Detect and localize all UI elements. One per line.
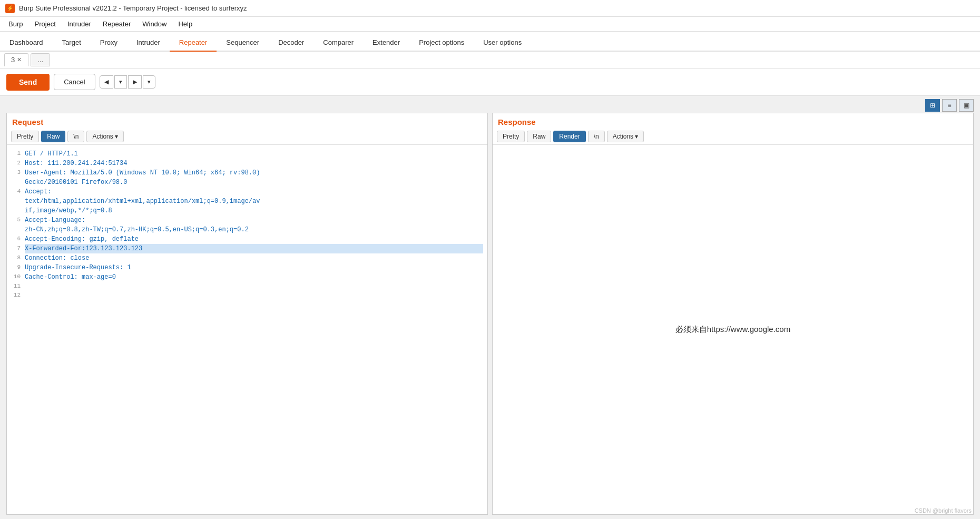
nav-tab-repeater[interactable]: Repeater: [170, 34, 217, 52]
layout-btn-0[interactable]: ⊞: [925, 99, 940, 112]
sub-tab-...[interactable]: ...: [31, 53, 50, 66]
code-line: 11: [9, 282, 483, 291]
nav-tab-extender[interactable]: Extender: [363, 34, 409, 52]
request-panel: Request PrettyRaw\nActions ▾ 1GET / HTTP…: [6, 113, 488, 515]
menu-item-intruder[interactable]: Intruder: [62, 18, 96, 30]
request-tab--n[interactable]: \n: [67, 131, 84, 142]
window-title: Burp Suite Professional v2021.2 - Tempor…: [19, 4, 247, 12]
nav-tab-sequencer[interactable]: Sequencer: [217, 34, 269, 52]
nav-tabs: DashboardTargetProxyIntruderRepeaterSequ…: [0, 32, 980, 52]
response-tab-pretty[interactable]: Pretty: [497, 131, 525, 142]
burp-logo-icon: ⚡: [5, 4, 15, 13]
code-line: text/html,application/xhtml+xml,applicat…: [9, 197, 483, 206]
request-tab-actions--[interactable]: Actions ▾: [86, 131, 124, 142]
layout-btn-1[interactable]: ≡: [942, 99, 957, 112]
menu-bar: BurpProjectIntruderRepeaterWindowHelp: [0, 17, 980, 32]
code-line: 3User-Agent: Mozilla/5.0 (Windows NT 10.…: [9, 168, 483, 178]
code-line: 5Accept-Language:: [9, 216, 483, 225]
code-line: 4Accept:: [9, 187, 483, 197]
code-line: 7X-Forwarded-For:123.123.123.123: [9, 244, 483, 253]
next-button[interactable]: ▶: [128, 75, 142, 89]
nav-tab-project-options[interactable]: Project options: [409, 34, 474, 52]
code-line: if,image/webp,*/*;q=0.8: [9, 206, 483, 216]
nav-tab-proxy[interactable]: Proxy: [91, 34, 127, 52]
code-line: 6Accept-Encoding: gzip, deflate: [9, 234, 483, 244]
response-tab-render[interactable]: Render: [553, 131, 585, 142]
nav-tab-comparer[interactable]: Comparer: [313, 34, 363, 52]
nav-btn-group: ◀ ▾ ▶ ▾: [100, 75, 155, 89]
nav-tab-target[interactable]: Target: [53, 34, 91, 52]
menu-item-window[interactable]: Window: [137, 18, 172, 30]
nav-tab-intruder[interactable]: Intruder: [127, 34, 170, 52]
code-line: 2Host: 111.200.241.244:51734: [9, 159, 483, 168]
nav-tab-user-options[interactable]: User options: [474, 34, 531, 52]
code-line: 8Connection: close: [9, 253, 483, 263]
code-line: 12: [9, 291, 483, 300]
menu-item-repeater[interactable]: Repeater: [97, 18, 136, 30]
menu-item-help[interactable]: Help: [173, 18, 198, 30]
title-bar: ⚡ Burp Suite Professional v2021.2 - Temp…: [0, 0, 980, 17]
send-button[interactable]: Send: [6, 74, 50, 91]
nav-tab-dashboard[interactable]: Dashboard: [0, 34, 53, 52]
code-line: 10Cache-Control: max-age=0: [9, 272, 483, 282]
response-panel-title: Response: [493, 113, 973, 129]
code-line: 9Upgrade-Insecure-Requests: 1: [9, 263, 483, 272]
sub-tab-close[interactable]: ✕: [17, 56, 22, 63]
response-tab--n[interactable]: \n: [588, 131, 605, 142]
response-tab-raw[interactable]: Raw: [527, 131, 551, 142]
prev-dropdown-button[interactable]: ▾: [114, 75, 127, 89]
code-line: zh-CN,zh;q=0.8,zh-TW;q=0.7,zh-HK;q=0.5,e…: [9, 225, 483, 234]
toolbar: Send Cancel ◀ ▾ ▶ ▾: [0, 68, 980, 96]
response-render-area: 必须来自https://www.google.com: [493, 145, 973, 514]
nav-tab-decoder[interactable]: Decoder: [269, 34, 313, 52]
layout-toggle: ⊞≡▣: [0, 96, 980, 113]
request-tab-raw[interactable]: Raw: [41, 131, 65, 142]
next-dropdown-button[interactable]: ▾: [143, 75, 155, 89]
prev-button[interactable]: ◀: [100, 75, 113, 89]
response-panel: Response PrettyRawRender\nActions ▾ 必须来自…: [492, 113, 974, 515]
code-line: Gecko/20100101 Firefox/98.0: [9, 178, 483, 187]
watermark: CSDN @bright flavors: [915, 507, 972, 514]
cancel-button[interactable]: Cancel: [54, 74, 95, 90]
request-tab-pretty[interactable]: Pretty: [11, 131, 39, 142]
sub-tab-3[interactable]: 3✕: [4, 53, 28, 66]
layout-btn-2[interactable]: ▣: [959, 99, 974, 112]
main-content: ⊞≡▣ Request PrettyRaw\nActions ▾ 1GET / …: [0, 96, 980, 519]
menu-item-project[interactable]: Project: [29, 18, 61, 30]
request-tabs: PrettyRaw\nActions ▾: [7, 129, 487, 145]
request-code-area: 1GET / HTTP/1.12Host: 111.200.241.244:51…: [7, 145, 487, 514]
response-tabs: PrettyRawRender\nActions ▾: [493, 129, 973, 145]
panels: Request PrettyRaw\nActions ▾ 1GET / HTTP…: [0, 113, 980, 519]
menu-item-burp[interactable]: Burp: [3, 18, 28, 30]
response-tab-actions--[interactable]: Actions ▾: [607, 131, 644, 142]
code-line: 1GET / HTTP/1.1: [9, 149, 483, 159]
request-panel-title: Request: [7, 113, 487, 129]
sub-tabs: 3✕...: [0, 52, 980, 68]
response-render-text: 必须来自https://www.google.com: [675, 325, 790, 335]
